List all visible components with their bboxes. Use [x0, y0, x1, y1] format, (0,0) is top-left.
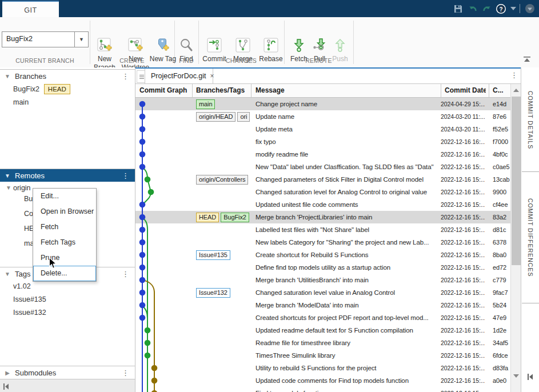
remotes-section-header[interactable]: ▼ Remotes ⋮ — [0, 169, 135, 182]
column-header-commit-date[interactable]: Commit Date — [445, 84, 486, 97]
right-panel-strip: COMMIT DETAILS COMMIT DIFFERENCES — [521, 67, 539, 392]
commit-row[interactable]: HEADBugFix2Merge branch 'ProjectLibrarie… — [135, 211, 510, 223]
context-menu-item[interactable]: Prune — [33, 250, 96, 266]
undo-icon[interactable] — [467, 3, 478, 14]
branches-section-header[interactable]: ▼ Branches ⋮ — [0, 69, 135, 82]
context-menu-item[interactable]: Fetch Tags — [33, 235, 96, 250]
commit-row[interactable]: origin/ControllersChanged parameters of … — [135, 173, 510, 186]
tab-projectfordoc[interactable]: ProjectForDoc.git × — [145, 69, 213, 83]
commit-id-cell: 6fdce — [493, 349, 510, 362]
help-dropdown-icon[interactable] — [508, 3, 519, 14]
context-menu-item[interactable]: Fetch — [33, 219, 96, 235]
expand-triangle-icon[interactable]: ▶ — [0, 370, 15, 376]
branch-item[interactable]: main — [13, 97, 29, 108]
remote-item-origin[interactable]: ▼ origin — [4, 182, 31, 194]
commit-row[interactable]: Merge branch 'UtilitiesBranch' into main… — [135, 274, 510, 286]
message-cell: Change project name — [255, 98, 440, 110]
collapse-triangle-icon[interactable]: ▼ — [0, 173, 15, 179]
tag-item[interactable]: Issue#132 — [13, 307, 46, 318]
column-header-branches-tags[interactable]: Branches/Tags — [196, 84, 251, 97]
commit-table-header: Commit Graph Branches/Tags Message Commi… — [135, 84, 510, 98]
commit-row[interactable]: Utility to rebuild S Functions for the p… — [135, 362, 510, 374]
toolstrip: BugFix2 ▼ CURRENT BRANCH New Branch New … — [0, 17, 539, 68]
tab-commit-differences[interactable]: COMMIT DIFFERENCES — [522, 173, 539, 303]
new-branch-button[interactable]: New Branch — [89, 38, 121, 72]
save-icon[interactable] — [452, 3, 464, 14]
remotes-menu-icon[interactable]: ⋮ — [122, 171, 129, 180]
submodules-menu-icon[interactable]: ⋮ — [122, 369, 129, 377]
commit-row[interactable]: Changed saturation level for Analog Cont… — [135, 186, 510, 198]
mouse-cursor — [49, 257, 57, 271]
new-branch-icon — [89, 38, 121, 55]
current-branch-combobox[interactable]: BugFix2 ▼ — [2, 31, 89, 47]
context-menu-item[interactable]: Delete... — [33, 266, 96, 281]
commit-row[interactable]: Updated code comments for Find top model… — [135, 374, 510, 387]
commit-date-cell: 2022-12-16 15:... — [441, 236, 485, 249]
commit-row[interactable]: Issue#135Create shortcut for Rebuild S F… — [135, 249, 510, 261]
branches-tags-cell: origin/HEADori — [196, 110, 250, 123]
commit-row[interactable]: Merge branch 'ModelData' into main2022-1… — [135, 299, 510, 311]
scroll-up-icon[interactable] — [513, 89, 519, 92]
new-worktree-button[interactable]: New Worktree — [118, 38, 153, 72]
panel-menu-icon[interactable] — [524, 3, 536, 14]
tag-item[interactable]: Issue#135 — [13, 294, 46, 305]
scroll-down-icon[interactable] — [513, 374, 519, 378]
context-menu-item[interactable]: Open in Browser — [33, 204, 96, 219]
collapse-panel-left-icon[interactable] — [2, 382, 10, 392]
section-label-changes: CHANGES — [198, 57, 284, 64]
title-bar: GIT ? — [0, 0, 539, 17]
branches-tags-cell — [196, 387, 250, 392]
context-menu-item[interactable]: Edit... — [33, 189, 96, 204]
commit-row[interactable]: Find top models function2022-12-16 15:..… — [135, 387, 510, 392]
help-icon[interactable]: ? — [495, 3, 506, 14]
commit-row[interactable]: fix typo2022-12-16 16:...f7000 — [135, 135, 510, 148]
commit-row[interactable]: Issue#132Changed saturation level value … — [135, 286, 510, 299]
commit-date-cell: 2022-12-16 15:... — [441, 274, 485, 286]
pull-icon — [309, 38, 330, 55]
commit-row[interactable]: Labelled test files with "Not Share" lab… — [135, 223, 510, 236]
collapse-toolstrip-icon[interactable] — [523, 55, 531, 65]
commit-table-body: mainChange project name2024-04-29 15:...… — [135, 98, 510, 392]
table-menu-icon[interactable]: ⋮ — [510, 71, 518, 79]
sidebar-bottom-bar — [0, 379, 135, 392]
commit-row[interactable]: origin/HEADoriUpdate name2024-03-20 11:.… — [135, 110, 510, 123]
commit-row[interactable]: New "Data" label under Clasffication. Ta… — [135, 161, 510, 173]
tags-menu-icon[interactable]: ⋮ — [122, 270, 129, 278]
commit-row[interactable]: Created shortcuts for project PDF report… — [135, 311, 510, 324]
commit-row[interactable]: Readme file for timesthree library2022-1… — [135, 337, 510, 349]
commit-row[interactable]: TimesThree Simulink library2022-12-16 15… — [135, 349, 510, 362]
commit-date-cell: 2022-12-16 15:... — [441, 186, 485, 198]
commit-row[interactable]: Updated readme default text for S Functi… — [135, 324, 510, 337]
section-label-find: FIND — [174, 57, 198, 64]
branch-item[interactable]: BugFix2HEAD — [13, 83, 70, 95]
scrollbar-thumb[interactable] — [512, 97, 521, 265]
branches-tags-cell — [196, 135, 250, 148]
tab-commit-details[interactable]: COMMIT DETAILS — [522, 69, 539, 172]
commit-row[interactable]: New labels Category for "Sharing" the pr… — [135, 236, 510, 249]
tag-item[interactable]: v1.02 — [13, 281, 31, 292]
branches-tags-cell: HEADBugFix2 — [196, 211, 250, 223]
combobox-dropdown-button[interactable]: ▼ — [74, 32, 88, 47]
commit-row[interactable]: Updated unitest file code comments2022-1… — [135, 198, 510, 211]
column-divider — [192, 84, 193, 97]
column-header-message[interactable]: Message — [255, 84, 437, 97]
commit-row[interactable]: Define find top models utility as a star… — [135, 261, 510, 274]
commit-row[interactable]: modify readme file2022-12-16 16:...4bf0c — [135, 148, 510, 161]
branches-menu-icon[interactable]: ⋮ — [122, 72, 129, 81]
commit-id-cell: 87e6 — [493, 110, 510, 123]
table-vertical-scrollbar[interactable] — [510, 84, 521, 392]
collapse-triangle-icon[interactable]: ▼ — [0, 73, 15, 79]
column-header-commit-id[interactable]: C... — [493, 84, 509, 97]
submodules-section-header[interactable]: ▶ Submodules ⋮ — [0, 366, 135, 379]
close-tab-icon[interactable]: × — [210, 72, 214, 80]
branches-tags-cell — [196, 274, 250, 286]
expand-triangle-icon[interactable]: ▼ — [4, 182, 13, 194]
commit-differences-label: COMMIT DIFFERENCES — [527, 198, 534, 277]
column-header-commit-graph[interactable]: Commit Graph — [139, 84, 192, 97]
tab-git[interactable]: GIT — [2, 1, 59, 18]
collapse-panel-right-icon[interactable] — [526, 373, 534, 383]
commit-row[interactable]: mainChange project name2024-04-29 15:...… — [135, 98, 510, 110]
commit-row[interactable]: Update meta2024-03-20 11:...f52e5 — [135, 123, 510, 135]
collapse-triangle-icon[interactable]: ▼ — [0, 271, 15, 277]
redo-icon[interactable] — [481, 3, 493, 14]
